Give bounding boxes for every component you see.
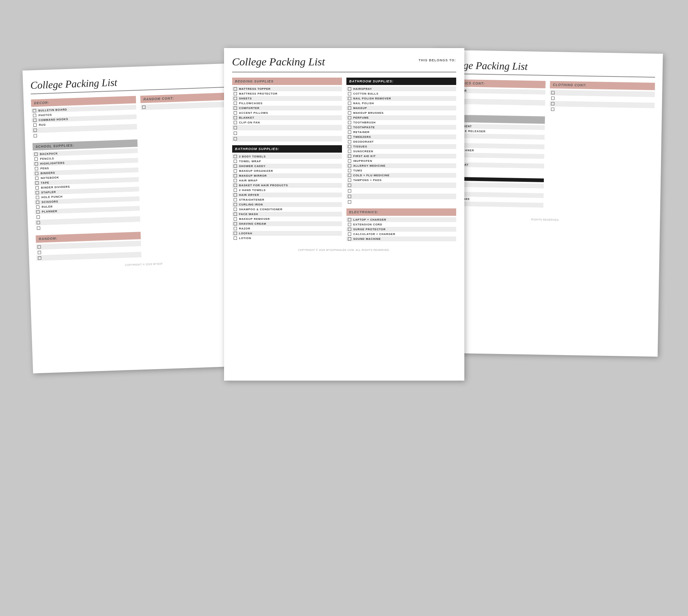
checkbox[interactable] (34, 153, 38, 156)
checkbox[interactable] (234, 92, 237, 95)
checkbox[interactable] (234, 212, 237, 216)
checkbox[interactable] (234, 111, 237, 115)
checkbox[interactable] (234, 87, 237, 91)
checkbox[interactable] (348, 189, 351, 193)
checkbox[interactable] (348, 232, 351, 236)
checkbox[interactable] (33, 114, 36, 117)
copyright-page2: RIGHTS RESERVED. (438, 217, 653, 223)
checkbox[interactable] (33, 119, 36, 122)
checkbox[interactable] (348, 111, 351, 115)
list-item: DEODORANT (346, 139, 456, 144)
checkbox[interactable] (234, 188, 237, 192)
checkbox[interactable] (38, 251, 41, 254)
checkbox[interactable] (348, 87, 351, 91)
checkbox[interactable] (234, 174, 237, 177)
checkbox[interactable] (348, 200, 351, 204)
checkbox[interactable] (35, 167, 38, 170)
checkbox[interactable] (348, 184, 351, 187)
checkbox[interactable] (348, 169, 351, 172)
checkbox[interactable] (234, 164, 237, 168)
checkbox[interactable] (234, 137, 237, 140)
empty-item (232, 130, 342, 136)
checkbox[interactable] (348, 195, 351, 198)
list-item: TOOTHPASTE (346, 125, 456, 130)
checkbox[interactable] (234, 121, 237, 124)
checkbox[interactable] (234, 198, 237, 201)
list-item: BLANKET (232, 115, 342, 120)
checkbox[interactable] (348, 126, 351, 129)
checkbox[interactable] (234, 160, 237, 163)
checkbox[interactable] (348, 135, 351, 139)
checkbox[interactable] (234, 169, 237, 173)
checkbox[interactable] (348, 102, 351, 105)
checkbox[interactable] (35, 162, 38, 166)
checkbox[interactable] (348, 92, 351, 95)
checkbox[interactable] (234, 155, 237, 158)
checkbox[interactable] (551, 108, 554, 111)
checkbox[interactable] (551, 96, 555, 100)
checkbox[interactable] (234, 116, 237, 119)
checkbox[interactable] (37, 227, 40, 230)
list-item: CALCULATOR + CHARGER (346, 232, 456, 236)
checkbox[interactable] (37, 245, 41, 249)
checkbox[interactable] (551, 91, 555, 94)
checkbox[interactable] (234, 106, 237, 110)
checkbox[interactable] (37, 215, 40, 219)
checkbox[interactable] (348, 228, 351, 231)
checkbox[interactable] (234, 193, 237, 197)
checkbox[interactable] (34, 157, 38, 161)
checkbox[interactable] (348, 237, 351, 241)
checkbox[interactable] (348, 164, 351, 167)
checkbox[interactable] (234, 126, 237, 129)
checkbox[interactable] (142, 106, 145, 109)
list-item: MATTRESS TOPPER (232, 86, 342, 91)
checkbox[interactable] (33, 129, 37, 132)
checkbox[interactable] (348, 106, 351, 110)
checkbox[interactable] (551, 102, 555, 105)
checkbox[interactable] (36, 205, 40, 209)
checkbox[interactable] (234, 102, 237, 105)
checkbox[interactable] (348, 223, 351, 226)
checkbox[interactable] (348, 218, 351, 221)
checkbox[interactable] (348, 140, 351, 143)
checkbox[interactable] (33, 123, 37, 127)
checkbox[interactable] (348, 159, 351, 163)
checkbox[interactable] (348, 116, 351, 119)
checkbox[interactable] (34, 134, 37, 137)
list-item: COTTON BALLS (346, 91, 456, 96)
checkbox[interactable] (234, 236, 237, 240)
checkbox[interactable] (35, 172, 38, 175)
checkbox[interactable] (234, 217, 237, 221)
checkbox[interactable] (234, 132, 237, 135)
checkbox[interactable] (234, 227, 237, 230)
checkbox[interactable] (35, 177, 38, 180)
list-item: COLD + FLU MEDICINE (346, 173, 456, 178)
checkbox[interactable] (38, 256, 41, 260)
clothing-cont-header: CLOTHING CONT: (550, 81, 655, 90)
checkbox[interactable] (36, 210, 40, 214)
empty-item (232, 125, 342, 130)
checkbox[interactable] (234, 232, 237, 235)
checkbox[interactable] (348, 130, 351, 134)
checkbox[interactable] (348, 154, 351, 158)
checkbox[interactable] (35, 186, 39, 190)
checkbox[interactable] (234, 203, 237, 206)
checkbox[interactable] (35, 191, 39, 194)
checkbox[interactable] (348, 97, 351, 100)
checkbox[interactable] (234, 222, 237, 225)
checkbox[interactable] (234, 97, 237, 100)
checkbox[interactable] (35, 181, 38, 185)
checkbox[interactable] (348, 150, 351, 153)
checkbox[interactable] (348, 174, 351, 177)
checkbox[interactable] (33, 109, 36, 112)
checkbox[interactable] (234, 208, 237, 211)
checkbox[interactable] (234, 179, 237, 182)
checkbox[interactable] (37, 221, 40, 224)
checkbox[interactable] (36, 201, 39, 204)
list-item: HAIRSPRAY (346, 86, 456, 91)
checkbox[interactable] (36, 196, 39, 199)
checkbox[interactable] (348, 178, 351, 182)
checkbox[interactable] (348, 145, 351, 148)
checkbox[interactable] (348, 121, 351, 124)
checkbox[interactable] (234, 184, 237, 187)
